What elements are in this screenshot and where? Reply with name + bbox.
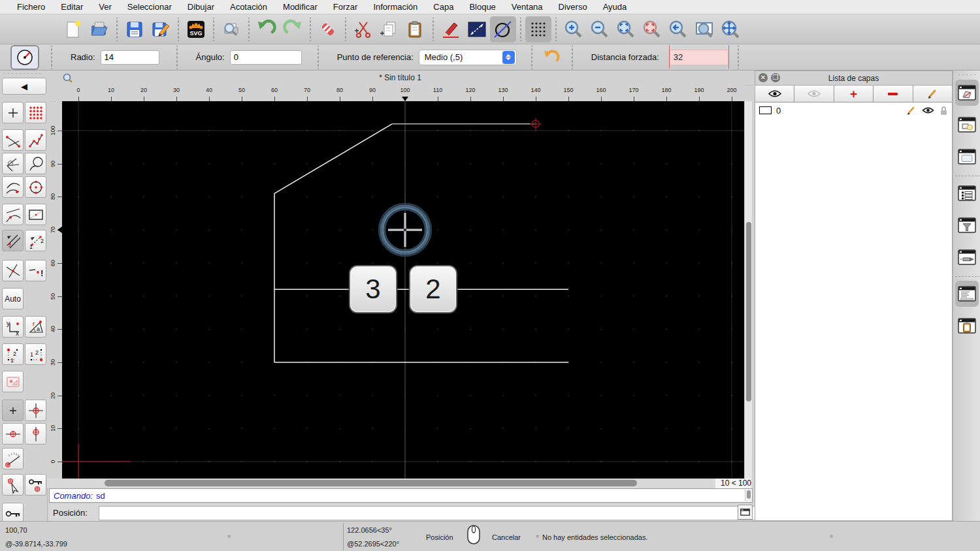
zoom-window-button[interactable] (691, 16, 717, 42)
svg-export-button[interactable]: SVG (183, 16, 209, 42)
zoom-out-button[interactable] (587, 16, 613, 42)
cut-button[interactable] (350, 16, 376, 42)
print-preview-button[interactable] (218, 16, 244, 42)
tool-auto-snap[interactable]: Auto (2, 288, 24, 309)
close-panel-button[interactable]: ✕ (759, 73, 768, 82)
tool-corner-1-2-right[interactable]: 12 (25, 343, 46, 365)
menu-ver[interactable]: Ver (91, 2, 120, 12)
menu-acotación[interactable]: Acotación (222, 2, 275, 12)
tool-two-point-sequence[interactable]: 12 (25, 230, 46, 251)
tool-circle-center[interactable] (25, 176, 46, 198)
show-all-layers-button[interactable] (755, 86, 794, 102)
tool-snap-free[interactable] (2, 400, 24, 421)
menu-capa[interactable]: Capa (425, 2, 461, 12)
layer-visibility-eye-icon[interactable] (922, 106, 934, 114)
drawing-canvas[interactable]: 3 2 (62, 101, 744, 479)
layer-row[interactable]: 0 (755, 102, 952, 118)
angle-gauge-toggle[interactable] (10, 45, 39, 70)
tool-snap-tangent[interactable] (2, 153, 24, 174)
menu-modificar[interactable]: Modificar (275, 2, 325, 12)
tool-snap-angle-gauge[interactable] (2, 448, 24, 469)
tool-tangent-arc[interactable] (2, 204, 24, 225)
tool-corner-1-2-left[interactable]: 12 (2, 343, 24, 365)
tool-snap-grid-point[interactable] (25, 400, 46, 421)
copy-button[interactable] (376, 16, 402, 42)
zoom-previous-button[interactable] (665, 16, 691, 42)
command-scroll-thumb[interactable] (747, 490, 751, 499)
forced-distance-input[interactable] (670, 50, 728, 65)
layers-window-button[interactable] (955, 80, 979, 106)
menu-forzar[interactable]: Forzar (325, 2, 366, 12)
tool-snap-vertical[interactable] (25, 423, 46, 445)
position-window-button[interactable] (738, 505, 753, 520)
edit-layer-button[interactable] (913, 86, 952, 102)
pan-button[interactable] (717, 16, 743, 42)
clipboard-window-button[interactable] (955, 313, 979, 339)
menu-ayuda[interactable]: Ayuda (595, 2, 635, 12)
tool-line-warning[interactable]: ! (25, 260, 46, 281)
menu-bloque[interactable]: Bloque (461, 2, 503, 12)
filter-window-button[interactable] (955, 212, 979, 238)
hide-all-layers-button[interactable] (794, 86, 834, 102)
zoom-in-button[interactable] (561, 16, 587, 42)
paste-button[interactable] (402, 16, 429, 42)
grid-toggle-button[interactable] (525, 16, 551, 42)
menu-seleccionar[interactable]: Seleccionar (120, 2, 180, 12)
position-input[interactable] (99, 506, 770, 520)
canvas-vertical-scrollbar[interactable] (744, 101, 752, 479)
document-zoom-icon[interactable] (63, 73, 73, 83)
menu-fichero[interactable]: Fichero (9, 2, 53, 12)
zoom-auto-button[interactable] (613, 16, 639, 42)
radius-input[interactable] (101, 50, 159, 65)
save-as-button[interactable] (148, 16, 174, 42)
tool-polyline-points[interactable] (25, 129, 46, 151)
zoom-selection-button[interactable] (639, 16, 665, 42)
tool-snap-pointer[interactable] (2, 474, 24, 496)
command-window-button[interactable] (955, 281, 979, 307)
palette-drag-handle[interactable] (3, 72, 43, 74)
draw-pencil-button[interactable] (438, 16, 464, 42)
eraser-button[interactable] (315, 16, 341, 42)
dock-drag-handle[interactable] (957, 74, 977, 76)
tool-spline[interactable] (2, 129, 24, 151)
layer-lock-icon[interactable] (939, 106, 948, 116)
menu-editar[interactable]: Editar (53, 2, 91, 12)
dimension-style-button[interactable] (464, 16, 490, 42)
circle-line-toggle-button[interactable] (490, 16, 516, 42)
menu-ventana[interactable]: Ventana (504, 2, 551, 12)
tool-point[interactable] (2, 102, 24, 123)
horizontal-scroll-thumb[interactable] (105, 480, 637, 486)
tool-rect-diagonal[interactable] (25, 204, 46, 225)
remove-layer-button[interactable] (874, 86, 913, 102)
menu-diverso[interactable]: Diverso (551, 2, 595, 12)
redo-button[interactable] (280, 16, 306, 42)
undock-panel-button[interactable]: ❐ (771, 73, 780, 82)
tool-cam-shape[interactable] (2, 371, 24, 392)
tool-radius-angle[interactable]: ra (25, 316, 46, 338)
canvas-horizontal-scrollbar[interactable]: 10 < 100 (47, 479, 753, 488)
pen-window-button[interactable] (955, 244, 979, 270)
new-document-button[interactable] (60, 16, 86, 42)
tool-xy-coordinate[interactable]: yx (2, 316, 24, 338)
menu-dibujar[interactable]: Dibujar (180, 2, 222, 12)
palette-back-button[interactable]: ◀ (2, 78, 46, 95)
tool-snap-circle[interactable] (25, 153, 46, 174)
preview-window-button[interactable] (955, 144, 979, 170)
tool-arc-point[interactable] (2, 176, 24, 198)
layer-edit-pencil-icon[interactable] (906, 105, 917, 116)
undo-button[interactable] (253, 16, 280, 42)
open-file-button[interactable] (86, 16, 112, 42)
tool-point-grid[interactable] (25, 102, 46, 123)
angle-input[interactable] (230, 50, 302, 65)
save-button[interactable] (122, 16, 148, 42)
vertical-scroll-thumb[interactable] (746, 222, 751, 401)
command-history[interactable]: Comando: sd (49, 488, 753, 503)
command-scrollbar[interactable] (745, 490, 751, 501)
tool-snap-horizontal[interactable] (2, 423, 24, 445)
reference-point-select[interactable]: Medio (,5) (419, 50, 517, 65)
list-window-button[interactable] (955, 180, 979, 206)
add-layer-button[interactable]: + (834, 86, 874, 102)
blocks-window-button[interactable] (955, 112, 979, 138)
layer-color-swatch[interactable] (759, 106, 772, 114)
tool-intersection[interactable] (2, 260, 24, 281)
